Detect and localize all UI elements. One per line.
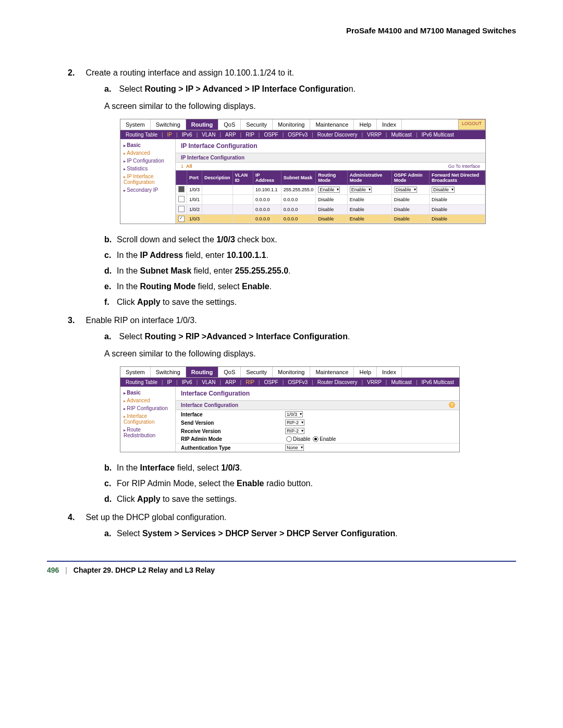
subtab-arp[interactable]: ARP: [225, 379, 236, 385]
sidebar-item[interactable]: Interface Configuration: [120, 412, 175, 426]
step-4: 4. Set up the DHCP global configuration.…: [68, 511, 516, 540]
step-text: Enable RIP on interface 1/0/3.: [85, 316, 197, 325]
sidebar-item[interactable]: Route Redistribution: [120, 426, 175, 439]
tab-switching[interactable]: Switching: [151, 119, 186, 130]
panel-subtitle: IP Interface Configuration: [176, 153, 485, 163]
subtab-rip[interactable]: RIP: [246, 379, 254, 385]
subtab-ospf[interactable]: OSPF: [264, 132, 278, 138]
main-tabs: SystemSwitchingRoutingQoSSecurityMonitor…: [120, 367, 459, 378]
goto-link[interactable]: Go To Interface: [448, 164, 480, 169]
sub-tabs: Routing Table|IP|IPv6|VLAN|ARP|RIP|OSPF|…: [120, 378, 459, 387]
disable-radio[interactable]: [286, 436, 292, 442]
subtab-ospfv3[interactable]: OSPFv3: [288, 132, 308, 138]
fwd-select[interactable]: Disable: [432, 187, 455, 193]
step-3a: a. Select Routing > RIP >Advanced > Inte…: [104, 330, 516, 361]
subtab-ospf[interactable]: OSPF: [264, 379, 278, 385]
subtab-vrrp[interactable]: VRRP: [367, 132, 382, 138]
subtab-ospfv3[interactable]: OSPFv3: [288, 379, 308, 385]
tab-index[interactable]: Index: [377, 119, 402, 130]
row-checkbox[interactable]: [178, 206, 185, 212]
tab-maintenance[interactable]: Maintenance: [310, 119, 354, 130]
sidebar-item[interactable]: Statistics: [120, 165, 175, 172]
panel-subtitle: Interface Configuration?: [176, 400, 459, 410]
sidebar-item[interactable]: IP Configuration: [120, 157, 175, 165]
auth-row: Authentication TypeNone: [176, 443, 459, 452]
ospf-select[interactable]: Disable: [394, 187, 417, 193]
subtab-ipv6[interactable]: IPv6: [182, 379, 192, 385]
sidebar-item[interactable]: Secondary IP: [120, 186, 175, 194]
interface-table: PortDescriptionVLAN IDIP AddressSubnet M…: [176, 170, 485, 224]
sidebar: BasicAdvancedIP ConfigurationStatisticsI…: [120, 139, 176, 224]
tab-qos[interactable]: QoS: [218, 367, 241, 377]
table-row: 1/0/30.0.0.00.0.0.0DisableEnableDisableD…: [176, 215, 485, 224]
subtab-vlan[interactable]: VLAN: [202, 132, 215, 138]
subtab-vlan[interactable]: VLAN: [202, 379, 215, 385]
tab-system[interactable]: System: [120, 119, 151, 130]
subtab-ipv6-multicast[interactable]: IPv6 Multicast: [422, 379, 454, 385]
sidebar-item[interactable]: Basic: [120, 389, 175, 397]
tab-qos[interactable]: QoS: [218, 119, 241, 130]
tab-security[interactable]: Security: [241, 119, 273, 130]
txt: Select: [119, 84, 144, 93]
interface-select[interactable]: 1/0/3: [285, 411, 303, 417]
auth-select[interactable]: None: [285, 445, 304, 451]
subtab-ipv6[interactable]: IPv6: [182, 132, 192, 138]
screenshot-ip-interface: SystemSwitchingRoutingQoSSecurityMonitor…: [120, 119, 486, 224]
logout-button[interactable]: LOGOUT: [458, 119, 485, 130]
subtab-ipv6-multicast[interactable]: IPv6 Multicast: [422, 132, 454, 138]
recv-row: Receive VersionRIP-2: [176, 427, 459, 435]
subtab-routing-table[interactable]: Routing Table: [126, 379, 157, 385]
step-num: 3.: [68, 316, 83, 325]
sidebar-item[interactable]: Advanced: [120, 397, 175, 404]
subtab-arp[interactable]: ARP: [225, 132, 236, 138]
sidebar-item[interactable]: Advanced: [120, 149, 175, 157]
step-text: Create a routing interface and assign 10…: [85, 68, 293, 77]
tab-routing[interactable]: Routing: [186, 119, 219, 130]
sidebar-item[interactable]: IP Interface Configuration: [120, 172, 175, 186]
subtab-routing-table[interactable]: Routing Table: [126, 132, 157, 138]
row-checkbox[interactable]: [178, 196, 185, 202]
tab-routing[interactable]: Routing: [186, 367, 219, 377]
sidebar-item[interactable]: Basic: [120, 141, 175, 149]
step-2d: d.In the Subnet Mask field, enter 255.25…: [104, 265, 516, 277]
subtab-router-discovery[interactable]: Router Discovery: [317, 132, 358, 138]
tab-switching[interactable]: Switching: [151, 367, 186, 377]
subtab-ip[interactable]: IP: [167, 379, 172, 385]
sidebar: BasicAdvancedRIP ConfigurationInterface …: [120, 387, 176, 452]
screen-note: A screen similar to the following displa…: [104, 100, 516, 113]
subtab-multicast[interactable]: Multicast: [391, 379, 411, 385]
sidebar-item[interactable]: RIP Configuration: [120, 404, 175, 412]
row-checkbox[interactable]: [178, 186, 185, 192]
admin-row: RIP Admin Mode Disable Enable: [176, 435, 459, 443]
rmode-select[interactable]: Enable: [318, 187, 340, 193]
tab-system[interactable]: System: [120, 367, 151, 377]
subtab-ip[interactable]: IP: [167, 132, 172, 138]
subtab-vrrp[interactable]: VRRP: [367, 379, 382, 385]
send-select[interactable]: RIP-2: [285, 419, 304, 426]
all-label[interactable]: All: [186, 164, 192, 169]
step-3b: b.In the Interface field, select 1/0/3.: [104, 462, 516, 474]
step-2c: c.In the IP Address field, enter 10.100.…: [104, 249, 516, 262]
tab-help[interactable]: Help: [354, 367, 377, 377]
tab-help[interactable]: Help: [354, 119, 377, 130]
tab-maintenance[interactable]: Maintenance: [310, 367, 354, 377]
step-num: 2.: [68, 68, 83, 78]
tab-security[interactable]: Security: [241, 367, 273, 377]
step-text: Set up the DHCP global configuration.: [85, 513, 226, 522]
tab-monitoring[interactable]: Monitoring: [273, 119, 310, 130]
subtab-rip[interactable]: RIP: [246, 132, 254, 138]
footer-rule: [47, 561, 516, 562]
tab-index[interactable]: Index: [377, 367, 402, 377]
page-header: ProSafe M4100 and M7100 Managed Switches: [47, 26, 516, 35]
page-number: 496: [47, 566, 59, 574]
help-icon[interactable]: ?: [449, 402, 455, 408]
recv-select[interactable]: RIP-2: [285, 428, 304, 434]
row-checkbox[interactable]: [178, 216, 185, 222]
amode-select[interactable]: Enable: [350, 187, 372, 193]
panel-title: Interface Configuration: [176, 387, 459, 400]
subtab-router-discovery[interactable]: Router Discovery: [317, 379, 358, 385]
enable-radio[interactable]: [313, 436, 319, 442]
tab-monitoring[interactable]: Monitoring: [273, 367, 310, 377]
subtab-multicast[interactable]: Multicast: [391, 132, 411, 138]
bold-path: Routing > IP > Advanced > IP Interface C…: [144, 84, 348, 93]
